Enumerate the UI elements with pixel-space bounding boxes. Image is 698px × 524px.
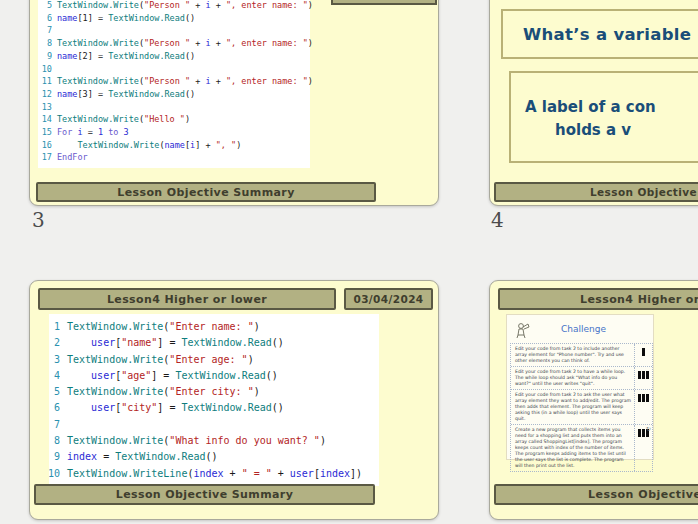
challenge-row: Edit your code from task 2 to ask the us… [511, 390, 652, 425]
date-box: 03/04/2024 [344, 288, 433, 310]
slide-thumbnail-5[interactable]: Lesson4 Higher or lower 03/04/2024 1Text… [29, 280, 439, 520]
code-editor-snippet: 5TextWindow.Write("Person " + i + ", ent… [38, 0, 310, 168]
slide-thumbnail-4[interactable]: What’s a variable A label of a con holds… [489, 0, 698, 206]
challenge-row: Edit your code from task 2 to have a whi… [511, 367, 652, 390]
code-editor-snippet: 1TextWindow.Write("Enter name: ")2 user[… [49, 314, 379, 486]
footer-label: Lesson Objective Su [496, 488, 698, 501]
slide-number-4: 4 [491, 208, 504, 232]
challenge-text: Create a new program that collects items… [511, 425, 634, 471]
challenge-title: Challenge [561, 324, 606, 334]
challenge-doodle-icon [515, 321, 533, 339]
body-text-line2: holds a v [555, 119, 698, 142]
difficulty-bars [634, 390, 652, 424]
difficulty-bars [634, 344, 652, 366]
header-label: Lesson4 Higher or lowe [500, 293, 698, 306]
slide-title: What’s a variable [503, 25, 691, 44]
footer-bar: Lesson Objective Su [494, 484, 698, 505]
date-label: 03/04/2024 [353, 293, 423, 305]
header-label: Lesson4 Higher or lower [107, 293, 267, 306]
date-box-partial [331, 0, 437, 5]
title-box: What’s a variable [501, 9, 698, 59]
challenge-table: Edit your code from task 2 to include an… [510, 343, 653, 472]
challenge-row: Edit your code from task 2 to include an… [511, 344, 652, 367]
header-bar: Lesson4 Higher or lowe [498, 288, 698, 310]
challenge-text: Edit your code from task 2 to have a whi… [511, 367, 634, 389]
slide-thumbnail-3[interactable]: 5TextWindow.Write("Person " + i + ", ent… [29, 0, 439, 206]
header-bar: Lesson4 Higher or lower [38, 288, 336, 310]
body-text-line1: A label of a con [525, 96, 698, 119]
footer-label: Lesson Objective Summary [116, 488, 294, 501]
refresh-icon: ↻ [646, 425, 651, 432]
footer-label: Lesson Objective Summary [117, 186, 295, 199]
slide-sorter-view: 5TextWindow.Write("Person " + i + ", ent… [0, 0, 698, 524]
slide-thumbnail-6[interactable]: Lesson4 Higher or lowe Challenge Edit yo… [489, 280, 698, 520]
challenge-text: Edit your code from task 2 to include an… [511, 344, 634, 366]
challenge-panel: Challenge Edit your code from task 2 to … [506, 314, 654, 460]
slide-number-3: 3 [32, 208, 45, 232]
difficulty-bars: ↻ [634, 425, 652, 471]
footer-bar: Lesson Objective Su [494, 182, 698, 202]
body-text-box: A label of a con holds a v [509, 71, 698, 163]
challenge-text: Edit your code from task 2 to ask the us… [511, 390, 634, 424]
challenge-row: Create a new program that collects items… [511, 425, 652, 471]
footer-bar: Lesson Objective Summary [34, 484, 375, 505]
footer-label: Lesson Objective Su [496, 186, 698, 198]
footer-bar: Lesson Objective Summary [36, 182, 376, 202]
difficulty-bars [634, 367, 652, 389]
